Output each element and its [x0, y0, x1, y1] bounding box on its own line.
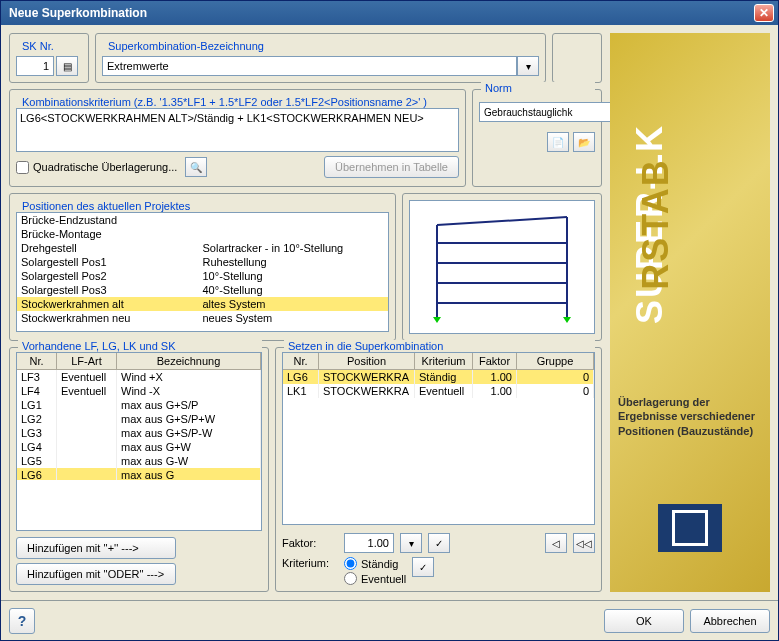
radio-staendig-row[interactable]: Ständig: [344, 557, 406, 570]
setzen-row[interactable]: LK1STOCKWERKRAEventuell1.000: [283, 384, 594, 398]
lf-row[interactable]: LF4EventuellWind -X: [17, 384, 261, 398]
svg-marker-8: [563, 317, 571, 323]
radio-eventuell[interactable]: [344, 572, 357, 585]
banner-logo-icon: [658, 504, 722, 552]
add-oder-button[interactable]: Hinzufügen mit ''ODER'' --->: [16, 563, 176, 585]
sk-nr-label: SK Nr.: [18, 40, 58, 52]
norm-new-icon[interactable]: 📄: [547, 132, 569, 152]
add-plus-button[interactable]: Hinzufügen mit ''+'' --->: [16, 537, 176, 559]
kriterium-label: Kriterium:: [282, 557, 338, 569]
setzen-th-gruppe[interactable]: Gruppe: [517, 353, 594, 369]
quad-checkbox[interactable]: [16, 161, 29, 174]
sk-nr-picker-button[interactable]: ▤: [56, 56, 78, 76]
lf-row[interactable]: LG5max aus G-W: [17, 454, 261, 468]
quad-checkbox-row[interactable]: Quadratische Überlagerung...: [16, 161, 177, 174]
pos-row[interactable]: Solargestell Pos1Ruhestellung: [17, 255, 388, 269]
structure-preview: [409, 200, 595, 334]
setzen-th-nr[interactable]: Nr.: [283, 353, 319, 369]
krit-label: Kombinationskriterium (z.B. '1.35*LF1 + …: [18, 96, 431, 108]
lf-row[interactable]: LG2max aus G+S/P+W: [17, 412, 261, 426]
sk-bez-input[interactable]: [102, 56, 517, 76]
setzen-th-krit[interactable]: Kriterium: [415, 353, 473, 369]
svg-marker-7: [433, 317, 441, 323]
titlebar: Neue Superkombination ✕: [1, 1, 778, 25]
sk-bez-label: Superkombination-Bezeichnung: [104, 40, 268, 52]
window-title: Neue Superkombination: [5, 6, 754, 20]
pos-row[interactable]: Stockwerkrahmen neuneues System: [17, 311, 388, 325]
uebernehmen-button[interactable]: Übernehmen in Tabelle: [324, 156, 459, 178]
lf-th-nr[interactable]: Nr.: [17, 353, 57, 369]
radio-staendig[interactable]: [344, 557, 357, 570]
pos-list[interactable]: Brücke-EndzustandBrücke-MontageDrehgeste…: [16, 212, 389, 332]
banner-title2: RSTAB: [635, 158, 677, 289]
banner: SUPER-LK RSTAB Überlagerung der Ergebnis…: [610, 33, 770, 592]
lf-row[interactable]: LG6max aus G: [17, 468, 261, 480]
faktor-label: Faktor:: [282, 537, 338, 549]
pos-row[interactable]: Stockwerkrahmen altaltes System: [17, 297, 388, 311]
lf-row[interactable]: LG4max aus G+W: [17, 440, 261, 454]
sk-nr-input[interactable]: [16, 56, 54, 76]
setzen-row[interactable]: LG6STOCKWERKRAStändig1.000: [283, 370, 594, 384]
lf-row[interactable]: LF3EventuellWind +X: [17, 370, 261, 384]
sk-bez-dropdown-button[interactable]: ▾: [517, 56, 539, 76]
norm-open-icon[interactable]: 📂: [573, 132, 595, 152]
ok-button[interactable]: OK: [604, 609, 684, 633]
pos-row[interactable]: Brücke-Montage: [17, 227, 388, 241]
lf-row[interactable]: LG3max aus G+S/P-W: [17, 426, 261, 440]
pos-row[interactable]: Solargestell Pos340°-Stellung: [17, 283, 388, 297]
norm-label: Norm: [481, 82, 595, 94]
pos-row[interactable]: Brücke-Endzustand: [17, 213, 388, 227]
pos-row[interactable]: DrehgestellSolartracker - in 10°-Stellun…: [17, 241, 388, 255]
remove-all-button[interactable]: ◁◁: [573, 533, 595, 553]
setzen-th-pos[interactable]: Position: [319, 353, 415, 369]
setzen-table-body[interactable]: LG6STOCKWERKRAStändig1.000LK1STOCKWERKRA…: [283, 370, 594, 460]
lf-th-bez[interactable]: Bezeichnung: [117, 353, 261, 369]
lf-row[interactable]: LG1max aus G+S/P: [17, 398, 261, 412]
lf-th-art[interactable]: LF-Art: [57, 353, 117, 369]
radio-eventuell-row[interactable]: Eventuell: [344, 572, 406, 585]
close-button[interactable]: ✕: [754, 4, 774, 22]
quad-label: Quadratische Überlagerung...: [33, 161, 177, 173]
lf-label: Vorhandene LF, LG, LK und SK: [18, 340, 262, 352]
kriterium-apply-button[interactable]: ✓: [412, 557, 434, 577]
faktor-apply-button[interactable]: ✓: [428, 533, 450, 553]
setzen-label: Setzen in die Superkombination: [284, 340, 595, 352]
pos-row[interactable]: Solargestell Pos210°-Stellung: [17, 269, 388, 283]
remove-button[interactable]: ◁: [545, 533, 567, 553]
pos-label: Positionen des aktuellen Projektes: [18, 200, 194, 212]
norm-select[interactable]: [479, 102, 616, 122]
cancel-button[interactable]: Abbrechen: [690, 609, 770, 633]
svg-line-0: [437, 217, 567, 225]
setzen-th-faktor[interactable]: Faktor: [473, 353, 517, 369]
faktor-dropdown[interactable]: ▾: [400, 533, 422, 553]
banner-text: Überlagerung der Ergebnisse verschiedene…: [618, 395, 762, 438]
help-button[interactable]: ?: [9, 608, 35, 634]
krit-textarea[interactable]: LG6<STOCKWERKRAHMEN ALT>/Ständig + LK1<S…: [16, 108, 459, 152]
lf-table-body[interactable]: LF3EventuellWind +XLF4EventuellWind -XLG…: [17, 370, 261, 480]
faktor-input[interactable]: [344, 533, 394, 553]
search-icon-button[interactable]: 🔍: [185, 157, 207, 177]
